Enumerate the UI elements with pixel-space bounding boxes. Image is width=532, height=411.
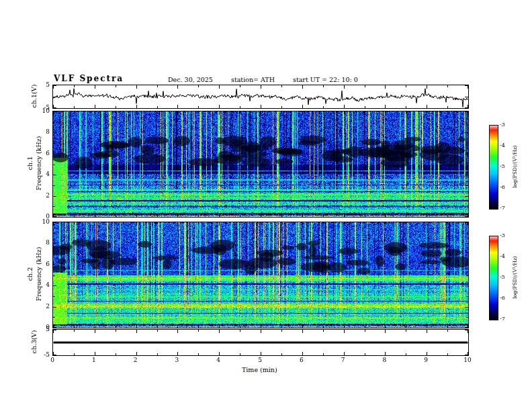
tick-mark [302,111,303,115]
colorbar-1-label: log(PSD)/(V²/Hz) [512,145,518,188]
tick-mark [465,216,468,217]
tick-mark [53,330,56,330]
tick-mark [406,353,406,355]
tick-mark [466,296,468,297]
freq-tick-label: 6 [34,150,50,156]
x-axis-label: Time (min) [242,366,277,373]
tick-mark [240,111,240,113]
x-tick-label: 6 [296,357,307,363]
tick-mark [465,107,468,108]
tick-mark [385,214,386,217]
tick-mark [136,222,137,226]
tick-mark [95,214,95,217]
tick-mark [261,222,261,226]
tick-mark [344,222,345,226]
tick-mark [261,324,261,328]
tick-mark [136,105,137,108]
tick-mark [344,105,345,108]
tick-mark [447,222,448,224]
tick-mark [302,352,303,355]
tick-mark [385,330,386,333]
tick-mark [219,85,220,89]
tick-mark [447,106,448,108]
ch3-voltage-panel [52,329,469,356]
tick-mark [427,111,427,115]
tick-mark [136,85,137,89]
tick-mark [302,85,303,89]
tick-mark [261,105,261,108]
colorbar-tick-label: -6 [500,184,505,190]
tick-mark [198,215,199,217]
tick-mark [116,330,116,332]
tick-mark [219,214,220,217]
tick-mark [240,353,240,355]
tick-mark [136,324,137,328]
colorbar-tick-label: -6 [500,295,505,301]
tick-mark [365,106,365,108]
tick-mark [219,222,220,226]
tick-mark [465,111,468,112]
tick-mark [177,324,178,328]
voltage-tick-label: -5 [34,351,50,358]
tick-mark [157,330,158,332]
tick-mark [427,105,427,108]
tick-mark [466,143,468,144]
tick-mark [365,111,365,113]
tick-mark [177,85,178,89]
tick-mark [198,85,199,87]
tick-mark [281,222,282,224]
colorbar-1 [489,125,498,210]
tick-mark [116,106,116,108]
tick-mark [365,330,365,332]
colorbar-1-gradient [490,126,498,209]
x-tick-label: 10 [462,357,473,363]
tick-mark [95,330,95,333]
ylabel-ch2-spec-frequency: Frequency (kHz) [35,247,42,302]
tick-mark [95,105,95,108]
tick-mark [385,324,386,328]
tick-mark [323,85,324,87]
tick-mark [427,324,427,328]
tick-mark [365,353,365,355]
tick-mark [53,222,56,223]
tick-mark [323,326,324,328]
tick-mark [116,326,116,328]
ylabel-ch3-voltage: ch.3(V) [30,330,38,354]
tick-mark [53,275,55,276]
x-tick-label: 1 [89,357,99,363]
tick-mark [465,154,468,154]
tick-mark [74,215,75,217]
tick-mark [281,106,282,108]
tick-mark [466,254,468,255]
ylabel-ch2-spec-channel: ch.2 [26,267,34,281]
freq-tick-label: 8 [34,239,50,246]
tick-mark [427,85,427,89]
tick-mark [53,196,56,197]
colorbar-tick-label: -7 [500,316,505,322]
tick-mark [466,206,468,207]
tick-mark [53,355,56,355]
freq-tick-label: 4 [34,171,50,177]
tick-mark [465,330,468,330]
tick-mark [53,307,56,308]
tick-mark [302,330,303,333]
ch2-spectrogram [53,222,468,328]
tick-mark [447,111,448,113]
tick-mark [116,111,116,113]
tick-mark [344,330,345,333]
tick-mark [74,326,75,328]
tick-mark [95,222,95,226]
freq-tick-label: 2 [34,192,50,199]
colorbar-tick-label: -3 [500,122,505,128]
tick-mark [74,106,75,108]
tick-mark [465,97,468,97]
tick-mark [136,214,137,217]
tick-mark [447,330,448,332]
tick-mark [447,326,448,328]
tick-mark [219,330,220,333]
tick-mark [406,222,406,224]
tick-mark [465,342,468,343]
tick-mark [177,222,178,226]
tick-mark [323,106,324,108]
tick-mark [385,85,386,89]
